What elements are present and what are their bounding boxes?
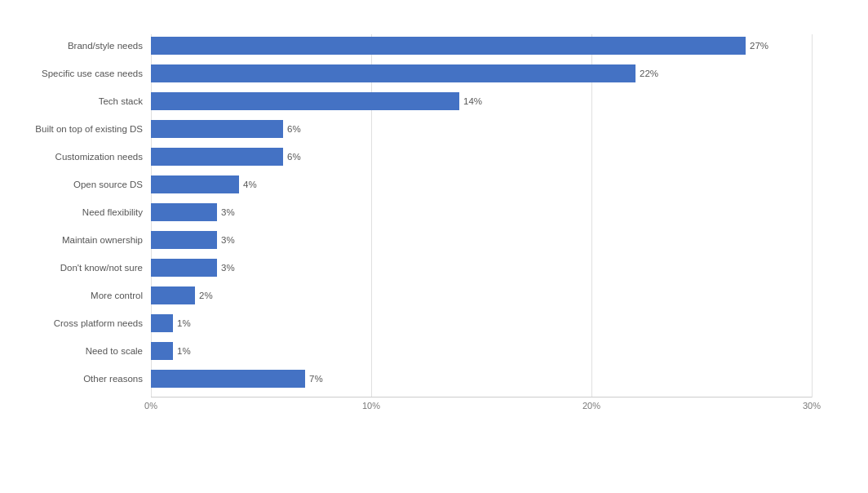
bar-fill: [151, 259, 217, 277]
x-axis-tick: 10%: [362, 401, 380, 411]
bar-pct-label: 3%: [221, 207, 235, 217]
bar-track: 1%: [151, 342, 835, 360]
bar-track: 14%: [151, 92, 835, 110]
bar-row: Don't know/not sure3%: [16, 256, 835, 279]
bar-pct-label: 4%: [243, 180, 257, 189]
x-axis-tick: 30%: [803, 401, 821, 411]
bar-row: More control2%: [16, 284, 835, 307]
bar-row: Brand/style needs27%: [16, 34, 835, 57]
bar-row: Need to scale1%: [16, 340, 835, 362]
bar-track: 7%: [151, 370, 835, 388]
bar-fill: [151, 148, 283, 166]
bar-label: Customization needs: [16, 152, 151, 162]
bar-row: Cross platform needs1%: [16, 312, 835, 335]
bar-label: Brand/style needs: [16, 41, 151, 51]
bar-pct-label: 22%: [640, 69, 658, 78]
bar-pct-label: 14%: [463, 96, 482, 106]
bar-track: 4%: [151, 175, 835, 193]
bar-pct-label: 6%: [287, 152, 301, 162]
bar-label: Open source DS: [16, 180, 151, 189]
x-axis: [151, 397, 812, 398]
bar-label: Specific use case needs: [16, 69, 151, 78]
bar-pct-label: 3%: [221, 235, 235, 245]
bar-track: 3%: [151, 259, 835, 277]
bar-label: More control: [16, 291, 151, 300]
bar-fill: [151, 120, 283, 138]
bar-label: Built on top of existing DS: [16, 124, 151, 134]
bar-row: Need flexibility3%: [16, 201, 835, 224]
bar-fill: [151, 342, 173, 360]
bar-track: 3%: [151, 203, 835, 221]
bar-fill: [151, 286, 195, 304]
bar-fill: [151, 314, 173, 332]
bar-fill: [151, 92, 459, 110]
bar-row: Tech stack14%: [16, 90, 835, 113]
x-axis-tick: 20%: [582, 401, 600, 411]
bar-row: Built on top of existing DS6%: [16, 118, 835, 140]
chart-area: Brand/style needs27%Specific use case ne…: [16, 34, 835, 398]
bar-track: 22%: [151, 64, 835, 82]
bar-fill: [151, 175, 239, 193]
bar-row: Maintain ownership3%: [16, 229, 835, 251]
bar-pct-label: 1%: [177, 346, 191, 356]
bar-label: Other reasons: [16, 374, 151, 384]
bar-fill: [151, 64, 636, 82]
bar-track: 6%: [151, 148, 835, 166]
bar-label: Need to scale: [16, 346, 151, 356]
chart-container: Brand/style needs27%Specific use case ne…: [0, 0, 868, 493]
bar-row: Customization needs6%: [16, 145, 835, 168]
bar-track: 6%: [151, 120, 835, 138]
bar-fill: [151, 37, 746, 55]
x-axis-labels: 0%10%20%30%: [151, 401, 812, 415]
bar-track: 3%: [151, 231, 835, 249]
bar-pct-label: 7%: [309, 374, 323, 384]
bar-row: Specific use case needs22%: [16, 62, 835, 85]
bar-pct-label: 6%: [287, 124, 301, 134]
bar-track: 1%: [151, 314, 835, 332]
x-axis-tick: 0%: [144, 401, 157, 411]
bar-row: Open source DS4%: [16, 173, 835, 196]
bar-fill: [151, 203, 217, 221]
bar-label: Need flexibility: [16, 207, 151, 217]
bar-fill: [151, 370, 305, 388]
bar-fill: [151, 231, 217, 249]
bar-row: Other reasons7%: [16, 367, 835, 390]
bar-pct-label: 2%: [199, 291, 213, 300]
bar-track: 2%: [151, 286, 835, 304]
bar-pct-label: 1%: [177, 318, 191, 328]
bar-label: Tech stack: [16, 96, 151, 106]
bar-label: Cross platform needs: [16, 318, 151, 328]
bar-label: Maintain ownership: [16, 235, 151, 245]
bar-track: 27%: [151, 37, 835, 55]
bar-label: Don't know/not sure: [16, 263, 151, 273]
bar-pct-label: 3%: [221, 263, 235, 273]
bar-pct-label: 27%: [750, 41, 768, 51]
